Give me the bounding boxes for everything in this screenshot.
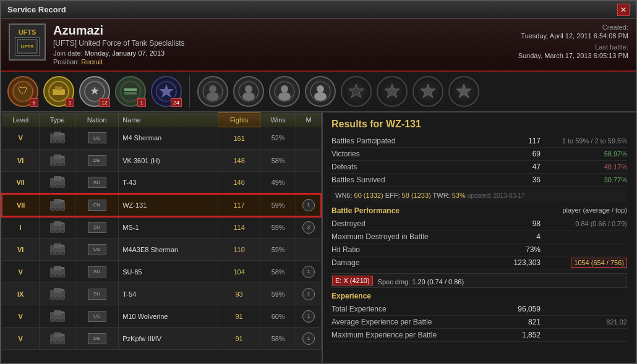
table-row[interactable]: V SU SU-85 104 58% 1 [2,261,321,283]
svg-point-82 [55,318,60,322]
svg-point-89 [60,341,65,344]
row-nation: SU [75,216,119,239]
svg-point-76 [55,296,60,300]
svg-rect-10 [124,88,137,91]
svg-point-69 [50,274,55,277]
damage-highlight: 1054 (654 / 756) [571,258,627,268]
svg-point-35 [60,140,65,143]
svg-rect-86 [60,334,64,336]
row-name: T-43 [119,172,218,194]
row-fights: 91 [218,328,260,350]
medal-portrait-2 [233,76,264,107]
medal-star-3 [377,76,408,107]
exp-section: Experience Total Experience 96,059 Avera… [331,292,627,342]
row-fights: 146 [218,172,260,194]
close-button[interactable]: ✕ [617,4,630,16]
row-level: VII [2,172,40,194]
table-row[interactable]: V US M10 Wolverine 91 60% 1 [2,305,321,328]
medal-count-5: 24 [171,98,182,107]
clan-tag: [UFTS] [53,39,77,48]
table-row[interactable]: VII SU T-43 146 49% [2,172,321,194]
svg-point-41 [60,163,65,166]
row-type [40,239,75,261]
service-record-window: Service Record ✕ UFTS UFTS Azumazi [UFTS… [0,0,637,364]
svg-point-19 [242,92,255,101]
svg-point-51 [50,207,55,211]
svg-point-63 [50,252,55,255]
row-nation: CN [75,194,119,216]
svg-point-33 [50,140,55,143]
svg-point-88 [55,341,60,344]
svg-rect-80 [60,311,64,313]
row-name: T-54 [119,283,218,305]
table-row[interactable]: VI US M4A3E8 Sherman 110 59% [2,239,321,261]
table-row[interactable]: V DE PzKpfw III/IV 91 58% 1 [2,328,321,350]
svg-rect-62 [60,245,64,247]
row-fights: 117 [218,194,260,216]
svg-point-77 [60,296,65,300]
svg-point-25 [314,92,327,101]
row-nation: DE [75,150,119,172]
row-level: I [2,216,40,239]
medal-count-1: 6 [30,98,38,107]
svg-rect-50 [60,200,64,202]
row-m: 1 [296,328,321,350]
row-type [40,261,75,283]
title-bar: Service Record ✕ [1,1,636,19]
table-row[interactable]: I SU MS-1 114 59% 2 [2,216,321,239]
svg-point-39 [50,163,55,166]
clan-badge: UFTS UFTS [9,23,46,61]
medal-star-2 [341,76,372,107]
row-wins: 59% [260,239,296,261]
svg-point-46 [55,184,60,188]
svg-rect-44 [60,177,64,179]
row-wins: 59% [260,283,296,305]
header-dates: Created: Tuesday, April 12, 2011 6:54:08… [518,23,628,61]
stat-max-destroyed: Maximum Destroyed in Battle 4 [331,231,627,243]
created-label: Created: [518,23,628,31]
stat-victories: Victories 69 58.97% [331,148,627,161]
row-nation: SU [75,283,119,305]
medal-4: 1 [115,76,146,107]
svg-marker-28 [421,84,435,98]
svg-point-83 [60,318,65,322]
player-name: Azumazi [53,23,518,38]
row-type [40,216,75,239]
row-level: V [2,127,40,150]
medal-count-2: 1 [66,98,74,107]
svg-point-81 [50,318,55,322]
table-row[interactable]: V US M4 Sherman 161 52% [2,127,321,150]
svg-text:UFTS: UFTS [21,44,35,49]
last-battle-label: Last battle: [518,43,628,51]
stat-survived: Battles Survived 36 30.77% [331,174,627,187]
table-row[interactable]: IX SU T-54 93 59% 1 [2,283,321,305]
svg-rect-38 [60,156,64,158]
row-m [296,239,321,261]
stat-defeats: Defeats 47 40.17% [331,161,627,174]
row-fights: 161 [218,127,260,150]
svg-point-18 [245,85,252,93]
medal-5: 24 [151,76,182,107]
medal-count-3: 12 [99,98,110,107]
position-line: Position: Recruit [53,58,518,66]
row-level: VII [2,194,40,216]
svg-point-34 [55,140,60,143]
col-fights[interactable]: Fights [218,113,260,127]
player-header: UFTS UFTS Azumazi [UFTS] United Force of… [1,19,636,72]
main-content: Level Type Nation Name Fights Wins M V [1,112,636,364]
row-fights: 93 [218,283,260,305]
tank-list-panel: Level Type Nation Name Fights Wins M V [1,112,323,364]
window-title: Service Record [7,5,617,14]
table-row[interactable]: VII CN WZ-131 117 59% 1 [2,194,321,216]
clan-full-name: United Force of Tank Specialists [79,39,184,48]
svg-point-71 [60,274,65,277]
col-name: Name [119,113,218,127]
row-m [296,127,321,150]
table-row[interactable]: VI DE VK 3601 (H) 148 58% [2,150,321,172]
row-type [40,305,75,328]
medal-portrait-4 [305,76,336,107]
results-panel: Results for WZ-131 Battles Participated … [323,112,636,364]
row-nation: SU [75,172,119,194]
medal-divider [189,75,190,108]
row-wins: 49% [260,172,296,194]
